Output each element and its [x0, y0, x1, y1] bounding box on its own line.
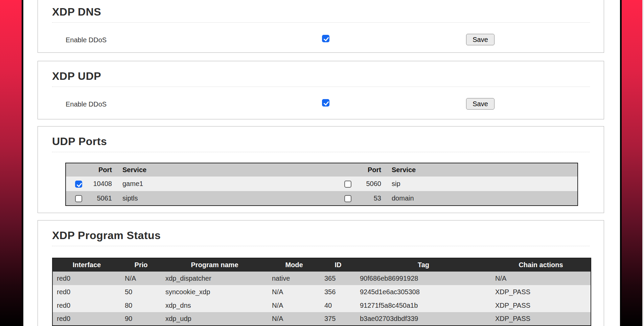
udp-port-row: 10408 game1 5060 sip: [66, 177, 578, 191]
program-name-cell: syncookie_xdp: [161, 285, 268, 299]
port-checkbox[interactable]: [75, 195, 82, 202]
udp-ports-header-row: Port Service Port Service: [66, 163, 578, 177]
xdp-program-status-table: Interface Prio Program name Mode ID Tag …: [52, 258, 591, 326]
enable-ddos-label: Enable DDoS: [66, 36, 107, 44]
port-value: 5060: [361, 177, 383, 191]
id-cell: 365: [320, 272, 356, 285]
title-divider: [52, 246, 590, 246]
interface-cell: red0: [52, 272, 121, 285]
program-name-cell: xdp_udp: [161, 312, 268, 326]
scrollbar[interactable]: [642, 0, 644, 326]
chain-actions-cell: XDP_PASS: [491, 285, 591, 299]
title-divider: [52, 22, 590, 23]
prio-cell: 80: [121, 299, 161, 312]
enable-ddos-checkbox[interactable]: [322, 99, 329, 107]
prio-header: Prio: [121, 258, 161, 272]
status-row: red0 80 xdp_dns N/A 40 91271f5a8c450a1b …: [52, 299, 591, 312]
status-header-row: Interface Prio Program name Mode ID Tag …: [52, 258, 591, 272]
interface-cell: red0: [52, 312, 121, 326]
panel-xdp-dns: XDP DNS Enable DDoS Save: [38, 0, 604, 53]
port-value: 5061: [91, 191, 114, 206]
id-cell: 375: [320, 312, 356, 326]
service-value: domain: [383, 191, 578, 206]
panel-title: UDP Ports: [52, 135, 107, 148]
interface-cell: red0: [52, 285, 121, 299]
mode-cell: N/A: [268, 299, 320, 312]
mode-cell: N/A: [268, 312, 320, 326]
save-button[interactable]: Save: [466, 34, 495, 45]
port-value: 10408: [91, 177, 114, 191]
enable-ddos-checkbox[interactable]: [322, 35, 329, 42]
tag-header: Tag: [356, 258, 491, 272]
panel-title: XDP DNS: [52, 5, 101, 19]
panel-udp-ports: UDP Ports Port Service Port Service: [38, 126, 604, 213]
program-name-cell: xdp_dispatcher: [161, 272, 268, 285]
enable-ddos-label: Enable DDoS: [66, 100, 107, 108]
title-divider: [52, 87, 590, 87]
service-value: game1: [114, 177, 335, 191]
prio-cell: N/A: [121, 272, 161, 285]
left-gradient-bar: [0, 0, 22, 326]
page: XDP DNS Enable DDoS Save XDP UDP Enable …: [0, 0, 644, 326]
panel-title: XDP Program Status: [52, 229, 161, 242]
service-value: siptls: [114, 191, 335, 206]
chain-actions-cell: XDP_PASS: [491, 299, 591, 312]
title-divider: [52, 152, 590, 152]
port-checkbox[interactable]: [344, 195, 351, 202]
tag-cell: 91271f5a8c450a1b: [356, 299, 491, 312]
udp-ports-table: Port Service Port Service 10408 game1 50…: [65, 163, 578, 206]
service-header: Service: [383, 163, 578, 177]
program-name-cell: xdp_dns: [161, 299, 268, 312]
mode-header: Mode: [268, 258, 320, 272]
chain-actions-cell: XDP_PASS: [491, 312, 591, 326]
id-cell: 40: [320, 299, 356, 312]
mode-cell: N/A: [268, 285, 320, 299]
service-header: Service: [114, 163, 335, 177]
port-checkbox[interactable]: [344, 181, 351, 188]
header-spacer: [66, 163, 91, 177]
right-gradient-bar: [622, 0, 643, 326]
id-header: ID: [320, 258, 356, 272]
program-name-header: Program name: [161, 258, 268, 272]
id-cell: 356: [320, 285, 356, 299]
port-checkbox[interactable]: [75, 181, 82, 188]
save-button[interactable]: Save: [466, 98, 495, 110]
interface-header: Interface: [52, 258, 121, 272]
panel-xdp-program-status: XDP Program Status Interface Prio Progra…: [38, 220, 604, 326]
mode-cell: native: [268, 272, 320, 285]
panel-xdp-udp: XDP UDP Enable DDoS Save: [38, 61, 604, 119]
udp-port-row: 5061 siptls 53 domain: [66, 191, 578, 206]
status-row: red0 50 syncookie_xdp N/A 356 9245d1e6ac…: [52, 285, 591, 299]
tag-cell: b3ae02703dbdf339: [356, 312, 491, 326]
service-value: sip: [383, 177, 578, 191]
left-divider-line: [22, 0, 23, 326]
tag-cell: 9245d1e6ac305308: [356, 285, 491, 299]
panel-title: XDP UDP: [52, 69, 101, 83]
port-header: Port: [91, 163, 114, 177]
header-spacer: [335, 163, 361, 177]
chain-actions-header: Chain actions: [491, 258, 591, 272]
status-row: red0 90 xdp_udp N/A 375 b3ae02703dbdf339…: [52, 312, 591, 326]
status-row: red0 N/A xdp_dispatcher native 365 90f68…: [52, 272, 591, 285]
tag-cell: 90f686eb86991928: [356, 272, 491, 285]
prio-cell: 50: [121, 285, 161, 299]
chain-actions-cell: N/A: [491, 272, 591, 285]
port-value: 53: [361, 191, 383, 206]
port-header: Port: [361, 163, 383, 177]
interface-cell: red0: [52, 299, 121, 312]
prio-cell: 90: [121, 312, 161, 326]
